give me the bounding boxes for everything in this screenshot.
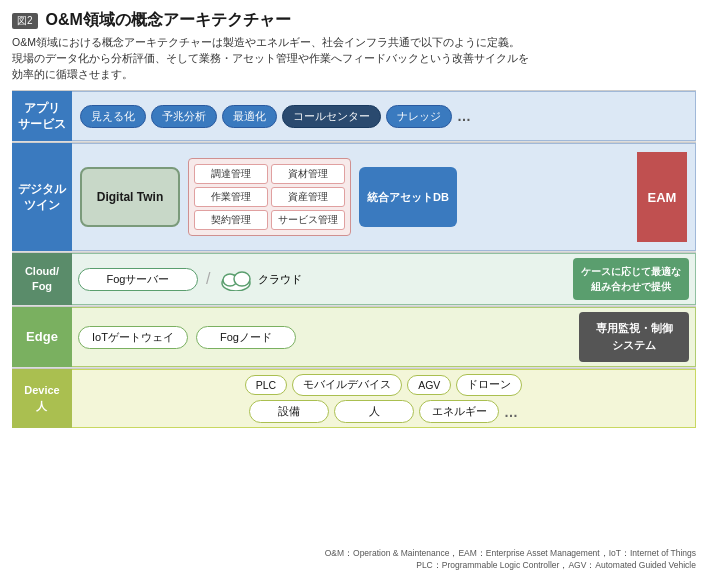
app-item-5: ナレッジ	[386, 105, 452, 128]
device-agv: AGV	[407, 375, 451, 395]
desc-line3: 効率的に循環させます。	[12, 68, 133, 80]
edge-item-1: IoTゲートウェイ	[78, 326, 188, 349]
digital-twin-content: Digital Twin 調達管理 資材管理 作業管理 資産管理 契約管理 サー…	[72, 143, 696, 251]
mgmt-2: 資材管理	[271, 164, 345, 184]
svg-point-2	[234, 272, 250, 286]
app-services-row: アプリサービス 見える化 予兆分析 最適化 コールセンター ナレッジ …	[12, 90, 696, 142]
cloud-fog-label: Cloud/Fog	[12, 253, 72, 305]
asset-db: 統合アセットDB	[359, 167, 457, 227]
desc-line1: O&M領域における概念アーキテクチャーは製造やエネルギー、社会インフラ共通で以下…	[12, 36, 520, 48]
device-plc: PLC	[245, 375, 287, 395]
footer-line2: PLC：Programmable Logic Controller，AGV：Au…	[416, 560, 696, 570]
device-energy: エネルギー	[419, 400, 499, 423]
device-label: Device人	[12, 369, 72, 428]
app-services-content: 見える化 予兆分析 最適化 コールセンター ナレッジ …	[72, 91, 696, 141]
device-hito: 人	[334, 400, 414, 423]
app-item-1: 見える化	[80, 105, 146, 128]
footer-line1: O&M：Operation & Maintenance，EAM：Enterpri…	[325, 548, 696, 558]
mgmt-4: 資産管理	[271, 187, 345, 207]
page-title: O&M領域の概念アーキテクチャー	[46, 10, 291, 31]
device-bottom-items: 設備 人 エネルギー …	[249, 400, 518, 423]
cloud-label: クラウド	[258, 272, 302, 287]
cloud-icon	[218, 267, 254, 291]
cloud-separator: /	[206, 270, 210, 288]
device-dots: …	[504, 404, 518, 420]
app-item-2: 予兆分析	[151, 105, 217, 128]
digital-twin-box: Digital Twin	[80, 167, 180, 227]
description: O&M領域における概念アーキテクチャーは製造やエネルギー、社会インフラ共通で以下…	[12, 35, 696, 82]
device-row: Device人 PLC モバイルデバイス AGV ドローン 設備 人 エネルギー…	[12, 368, 696, 428]
footer-note: O&M：Operation & Maintenance，EAM：Enterpri…	[12, 548, 696, 572]
device-mobile: モバイルデバイス	[292, 374, 402, 396]
cloud-right-special: ケースに応じて最適な組み合わせで提供	[573, 258, 689, 300]
mgmt-5: 契約管理	[194, 210, 268, 230]
edge-row: Edge IoTゲートウェイ Fogノード 専用監視・制御システム	[12, 306, 696, 368]
edge-right-special: 専用監視・制御システム	[579, 312, 689, 362]
device-content: PLC モバイルデバイス AGV ドローン 設備 人 エネルギー …	[72, 369, 696, 428]
edge-content: IoTゲートウェイ Fogノード 専用監視・制御システム	[72, 307, 696, 367]
mgmt-6: サービス管理	[271, 210, 345, 230]
app-item-4: コールセンター	[282, 105, 381, 128]
device-drone: ドローン	[456, 374, 522, 396]
app-services-label: アプリサービス	[12, 91, 72, 141]
desc-line2: 現場のデータ化から分析評価、そして業務・アセット管理や作業へフィードバックという…	[12, 52, 529, 64]
eam-block: EAM	[637, 152, 687, 242]
header: 図2 O&M領域の概念アーキテクチャー	[12, 10, 696, 31]
mgmt-3: 作業管理	[194, 187, 268, 207]
fig-badge: 図2	[12, 13, 38, 29]
fog-server: Fogサーバー	[78, 268, 198, 291]
digital-twin-label: デジタルツイン	[12, 143, 72, 251]
cloud-block: クラウド	[218, 267, 302, 291]
device-setsubi: 設備	[249, 400, 329, 423]
app-item-3: 最適化	[222, 105, 277, 128]
edge-label: Edge	[12, 307, 72, 367]
edge-item-2: Fogノード	[196, 326, 296, 349]
app-dots: …	[457, 108, 471, 124]
cloud-fog-content: Fogサーバー / クラウド ケースに応じて最適な組み合わせで提供	[72, 253, 696, 305]
architecture-diagram: アプリサービス 見える化 予兆分析 最適化 コールセンター ナレッジ … デジタ…	[12, 90, 696, 546]
device-top-items: PLC モバイルデバイス AGV ドローン	[245, 374, 523, 396]
mgmt-1: 調達管理	[194, 164, 268, 184]
digital-twin-row: デジタルツイン Digital Twin 調達管理 資材管理 作業管理 資産管理…	[12, 142, 696, 252]
cloud-fog-row: Cloud/Fog Fogサーバー / クラウド	[12, 252, 696, 306]
